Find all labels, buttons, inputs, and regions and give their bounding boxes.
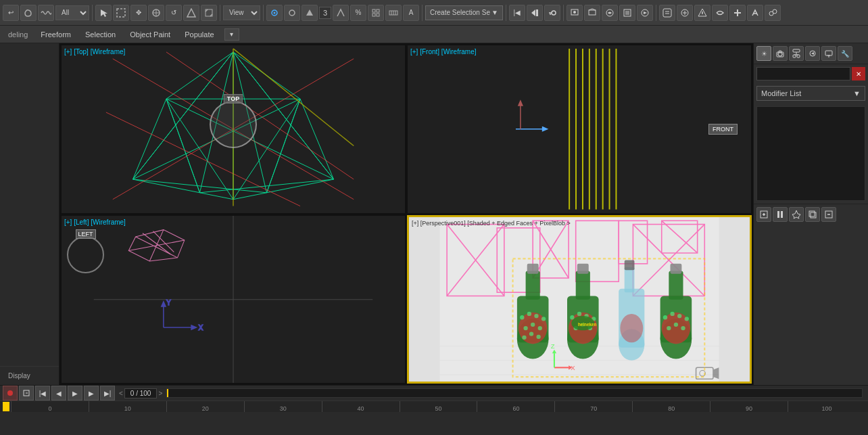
timeline-ruler: 0 10 20 30 40 50 60 70 80 90 100 [0, 400, 868, 412]
prev-frame-btn[interactable]: < [119, 390, 123, 397]
viewport-perspective[interactable]: [+] [Perspective001] [Shaded + Edged Fac… [407, 215, 752, 384]
toolbar-btn-misc3[interactable] [694, 5, 710, 21]
menu-bar: deling Freeform Selection Object Paint P… [0, 26, 868, 43]
svg-point-157 [677, 313, 681, 317]
create-selection-button[interactable]: Create Selection Se ▼ [425, 5, 503, 20]
persp-render: heineken [409, 217, 750, 382]
svg-rect-25 [589, 10, 596, 15]
toolbar-btn-key[interactable] [544, 5, 560, 21]
modifier-copy-btn[interactable] [805, 207, 820, 222]
toolbar-btn-render2[interactable] [584, 5, 600, 21]
modifier-add-btn[interactable] [756, 207, 771, 222]
timeline-btn-next[interactable]: ▶ [84, 386, 99, 400]
timeline-btn-prev[interactable]: ◀ [51, 386, 66, 400]
toolbar-btn-misc2[interactable] [677, 5, 693, 21]
svg-point-130 [536, 334, 540, 338]
toolbar-btn-grid[interactable] [368, 5, 384, 21]
timeline-playhead [167, 389, 168, 397]
light-icon-btn[interactable]: ☀ [756, 46, 771, 61]
toolbar-btn-angle[interactable] [333, 5, 349, 21]
toolbar-btn-lasso[interactable] [20, 5, 37, 21]
ruler-mark-40: 40 [322, 401, 400, 412]
menu-extra-btn[interactable]: ▾ [224, 28, 239, 41]
snap-number: 3 [319, 7, 331, 19]
svg-rect-191 [811, 212, 816, 218]
search-clear-button[interactable]: ✕ [852, 67, 865, 81]
toolbar-btn-misc5[interactable] [729, 5, 746, 21]
timeline-btn-play[interactable]: ▶ [68, 386, 82, 400]
camera-icon-btn[interactable] [773, 46, 788, 61]
toolbar-btn-snap3[interactable] [302, 5, 318, 21]
timeline-btn-next-key[interactable]: ▶| [100, 386, 115, 400]
view-dropdown[interactable]: View [223, 5, 260, 20]
modifier-expand-btn[interactable] [821, 207, 836, 222]
toolbar-btn-wave[interactable] [38, 5, 54, 21]
svg-marker-18 [531, 9, 535, 16]
toolbar-btn-select2[interactable] [113, 5, 129, 21]
display-icon-btn[interactable] [821, 46, 836, 61]
ruler-mark-70: 70 [554, 401, 632, 412]
next-frame-btn[interactable]: > [158, 390, 162, 397]
menu-selection[interactable]: Selection [78, 29, 122, 40]
toolbar-btn-snap2[interactable] [284, 5, 300, 21]
toolbar-btn-ruler[interactable] [385, 5, 402, 21]
hierarchy-icon-btn[interactable] [789, 46, 804, 61]
timeline-track[interactable] [166, 388, 863, 398]
toolbar-btn-render1[interactable] [566, 5, 583, 21]
utilities-icon-btn[interactable]: 🔧 [838, 46, 852, 61]
menu-freeform[interactable]: Freeform [34, 29, 78, 40]
ruler-mark-60: 60 [477, 401, 554, 412]
filter-all-dropdown[interactable]: All [55, 5, 89, 20]
svg-point-127 [538, 325, 542, 329]
svg-line-85 [136, 236, 178, 257]
playhead-marker[interactable] [3, 402, 9, 411]
toolbar-btn-render3[interactable] [602, 5, 618, 21]
toolbar-btn-circle[interactable] [148, 5, 164, 21]
svg-point-129 [529, 331, 533, 336]
toolbar-btn-undo[interactable]: ↩ [3, 5, 19, 21]
toolbar-btn-misc7[interactable] [765, 5, 781, 21]
viewport-front[interactable]: [+] [Front] [Wireframe] FRONT [407, 45, 752, 214]
toolbar-btn-percent[interactable]: % [350, 5, 366, 21]
search-box: ✕ [756, 67, 865, 81]
motion-icon-btn[interactable] [805, 46, 820, 61]
toolbar-btn-rotate[interactable]: ↺ [166, 5, 182, 21]
timeline-btn-key[interactable] [19, 386, 34, 400]
svg-point-137 [577, 311, 581, 315]
svg-line-65 [133, 179, 267, 193]
viewport-top[interactable]: [+] [Top] [Wireframe] TOP [61, 45, 406, 214]
toolbar-btn-transform[interactable] [201, 5, 217, 21]
toolbar-btn-misc1[interactable] [659, 5, 675, 21]
front-gizmo-label: FRONT [708, 124, 738, 135]
search-input[interactable] [756, 67, 850, 81]
svg-line-63 [267, 99, 301, 193]
toolbar-btn-misc6[interactable] [747, 5, 763, 21]
toolbar-btn-snap[interactable] [266, 5, 283, 21]
modifier-pin-btn[interactable] [789, 207, 804, 222]
timeline-btn-prev-key[interactable]: |◀ [35, 386, 50, 400]
toolbar-btn-render5[interactable] [637, 5, 653, 21]
toolbar-btn-keyframe1[interactable]: |◀ [509, 5, 525, 21]
svg-rect-147 [625, 267, 635, 292]
modifier-pause-btn[interactable] [773, 207, 788, 222]
svg-marker-83 [519, 101, 523, 106]
top-gizmo-label: TOP [224, 94, 243, 104]
svg-point-122 [527, 311, 531, 315]
toolbar-btn-select[interactable] [95, 5, 112, 21]
svg-line-87 [128, 240, 185, 250]
toolbar-btn-misc4[interactable] [712, 5, 728, 21]
svg-point-155 [663, 315, 667, 319]
toolbar-btn-text[interactable]: A [403, 5, 419, 21]
svg-rect-178 [797, 55, 800, 58]
toolbar-btn-move[interactable]: ✥ [130, 5, 147, 21]
toolbar-btn-scale[interactable] [183, 5, 199, 21]
toolbar-btn-render4[interactable] [619, 5, 635, 21]
menu-object-paint[interactable]: Object Paint [123, 29, 177, 40]
menu-populate[interactable]: Populate [178, 29, 220, 40]
svg-rect-188 [777, 211, 779, 218]
viewport-left[interactable]: [+] [Left] [Wireframe] LEFT [61, 215, 406, 384]
toolbar-btn-keyframe2[interactable] [527, 5, 543, 21]
timeline-btn-record[interactable] [3, 386, 18, 400]
modifier-list-dropdown[interactable]: Modifier List ▼ [756, 86, 865, 101]
display-label[interactable]: Display [4, 369, 55, 382]
